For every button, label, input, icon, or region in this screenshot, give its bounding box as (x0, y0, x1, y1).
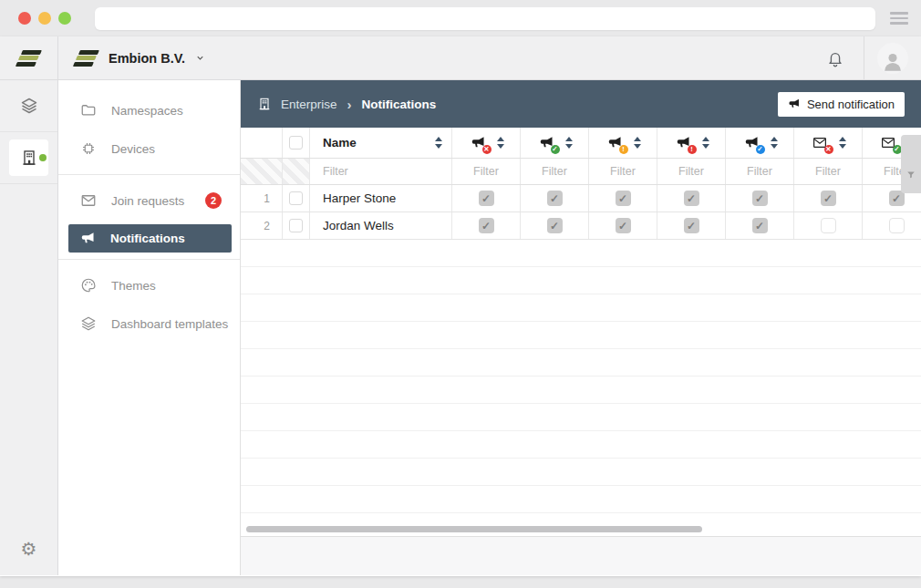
settings-button[interactable]: ⚙ (0, 522, 57, 575)
row-select-checkbox[interactable] (289, 191, 303, 205)
row-number-header (241, 128, 283, 158)
sidebar-item-dashboard-templates[interactable]: Dashboard templates (58, 304, 240, 343)
column-header-megaphone-1[interactable]: ✕ (452, 128, 521, 158)
layers-icon (80, 315, 97, 332)
filter-input-4[interactable]: Filter (657, 159, 726, 184)
rail-item-enterprise[interactable] (0, 132, 57, 184)
row-select-cell (283, 212, 310, 239)
status-checkbox-checked: ✓ (821, 191, 836, 206)
filter-input-3[interactable]: Filter (589, 159, 657, 184)
sidebar-item-namespaces[interactable]: Namespaces (58, 91, 240, 129)
browser-chrome (0, 0, 921, 36)
check-badge-icon: ✓ (893, 145, 902, 154)
brand-logo-icon (75, 50, 98, 67)
status-cell: ✓ (657, 212, 726, 239)
status-checkbox-checked: ✓ (684, 218, 699, 233)
empty-row (241, 267, 921, 294)
megaphone-icon: ✓ (742, 134, 761, 151)
megaphone-icon (80, 231, 96, 246)
breadcrumb-root[interactable]: Enterprise (281, 98, 337, 111)
layers-icon (20, 97, 38, 115)
row-select-cell (283, 185, 310, 211)
select-all-checkbox[interactable] (289, 136, 303, 150)
empty-row (241, 377, 921, 404)
org-name: Embion B.V. (109, 51, 185, 66)
sidebar-item-devices[interactable]: Devices (58, 129, 240, 168)
send-notification-button[interactable]: Send notification (778, 92, 905, 117)
breadcrumb-separator: › (347, 97, 352, 112)
sort-icon (497, 137, 504, 149)
name-filter-input[interactable]: Filter (310, 159, 452, 184)
status-checkbox-checked: ✓ (547, 191, 563, 206)
status-cell: ✓ (452, 212, 521, 239)
browser-menu-icon[interactable] (890, 12, 908, 25)
cell-name: Jordan Wells (310, 212, 452, 239)
folder-icon (80, 102, 97, 119)
status-checkbox-checked: ✓ (889, 191, 905, 206)
org-switcher[interactable]: Embion B.V. (58, 36, 205, 79)
row-select-checkbox[interactable] (289, 219, 303, 232)
breadcrumb: Enterprise › Notifications Send notifica… (241, 80, 921, 128)
filter-input-5[interactable]: Filter (726, 159, 794, 184)
table-filter-row: Filter FilterFilterFilterFilterFilterFil… (241, 159, 921, 185)
column-header-megaphone-5[interactable]: ✓ (726, 128, 794, 158)
empty-row (241, 513, 921, 537)
status-cell: ✓ (657, 185, 726, 211)
avatar (877, 43, 908, 74)
filter-input-6[interactable]: Filter (794, 159, 863, 184)
app-window: Embion B.V. (0, 36, 921, 576)
name-column-header[interactable]: Name (310, 128, 452, 158)
notifications-bell-button[interactable] (807, 36, 864, 79)
select-all-cell (283, 128, 310, 158)
building-icon (257, 97, 272, 111)
table-row[interactable]: 1Harper Stone✓✓✓✓✓✓✓ (241, 185, 921, 212)
chip-icon (80, 140, 97, 157)
mail-icon (80, 192, 97, 209)
send-notification-label: Send notification (807, 98, 895, 111)
column-header-megaphone-4[interactable]: ! (657, 128, 726, 158)
column-header-megaphone-2[interactable]: ✓ (521, 128, 589, 158)
status-checkbox-checked: ✓ (752, 191, 768, 206)
filter-panel-toggle[interactable] (901, 135, 921, 193)
status-checkbox-unchecked (889, 218, 905, 233)
sidebar-item-label: Themes (111, 279, 156, 293)
user-menu-button[interactable] (864, 36, 921, 79)
funnel-icon (905, 170, 916, 181)
status-cell (794, 212, 863, 239)
main-content: Enterprise › Notifications Send notifica… (241, 80, 921, 575)
sidebar-item-themes[interactable]: Themes (58, 266, 240, 304)
check-badge-icon: ✓ (551, 145, 560, 154)
horizontal-scrollbar-thumb[interactable] (246, 526, 702, 532)
cell-name: Harper Stone (310, 185, 452, 211)
join-requests-count-badge: 2 (205, 192, 222, 209)
url-bar[interactable] (95, 7, 875, 30)
megaphone-icon: ! (605, 134, 625, 151)
sidebar-item-label: Namespaces (111, 104, 183, 118)
maximize-window-button[interactable] (58, 12, 71, 25)
close-window-button[interactable] (18, 12, 31, 25)
cross-badge-icon: ✕ (824, 145, 833, 154)
sidebar-item-label: Devices (111, 142, 155, 156)
status-cell: ✓ (726, 212, 794, 239)
column-header-mail-6[interactable]: ✕ (794, 128, 863, 158)
sidebar-item-notifications[interactable]: Notifications (68, 224, 232, 253)
bell-icon (826, 49, 844, 67)
sort-icon (702, 137, 709, 149)
filter-input-1[interactable]: Filter (452, 159, 521, 184)
filter-input-2[interactable]: Filter (521, 159, 589, 184)
sidebar-item-label: Join requests (111, 194, 184, 208)
status-cell: ✓ (521, 212, 589, 239)
empty-row (241, 431, 921, 459)
rail-item-dashboards[interactable] (0, 80, 57, 132)
sidebar-item-label: Notifications (110, 232, 185, 245)
sidebar-item-join-requests[interactable]: Join requests 2 (58, 181, 240, 220)
mail-icon: ✕ (811, 134, 830, 151)
column-header-megaphone-3[interactable]: ! (589, 128, 657, 158)
status-cell: ✓ (794, 185, 863, 211)
status-cell: ✓ (589, 185, 657, 211)
exclaim-badge-icon: ! (619, 145, 628, 154)
minimize-window-button[interactable] (38, 12, 51, 25)
status-cell: ✓ (589, 212, 657, 239)
table-row[interactable]: 2Jordan Wells✓✓✓✓✓ (241, 212, 921, 240)
status-checkbox-checked: ✓ (684, 191, 699, 206)
